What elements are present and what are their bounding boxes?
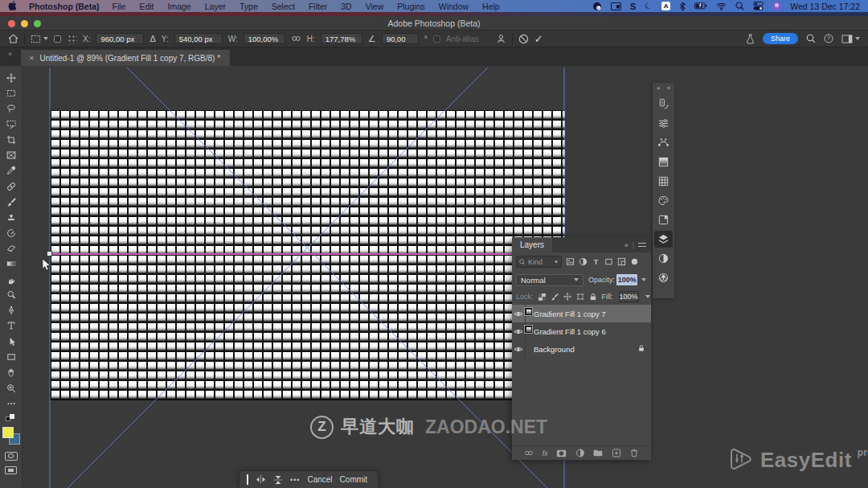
menu-filter[interactable]: Filter <box>309 2 327 11</box>
lock-transparent-icon[interactable] <box>538 293 547 301</box>
paths-panel-icon[interactable] <box>654 134 673 151</box>
search-icon[interactable] <box>806 34 816 43</box>
panel-menu-icon[interactable] <box>638 243 646 247</box>
close-tab-icon[interactable]: × <box>29 54 34 63</box>
status-assistant-icon[interactable] <box>772 2 781 11</box>
opacity-dropdown[interactable] <box>637 274 647 285</box>
cancel-transform-icon[interactable] <box>518 34 529 44</box>
interpolation-icon[interactable] <box>496 34 506 44</box>
beta-feedback-flask-icon[interactable] <box>746 34 755 44</box>
x-position-field[interactable]: 960,00 px <box>96 33 144 44</box>
menu-type[interactable]: Type <box>240 2 258 11</box>
blend-mode-select[interactable]: Normal <box>516 274 583 286</box>
filter-toggle-icon[interactable] <box>629 256 640 267</box>
tool-type[interactable] <box>0 318 23 334</box>
delete-layer-icon[interactable] <box>629 449 639 457</box>
pixel-filter-icon[interactable] <box>565 256 575 267</box>
home-icon[interactable] <box>8 34 18 43</box>
foreground-color-swatch[interactable] <box>2 427 14 438</box>
gradients-panel-icon[interactable] <box>654 154 673 170</box>
tool-ellipsis[interactable] <box>0 396 23 411</box>
menu-view[interactable]: View <box>366 2 384 11</box>
layer-group-icon[interactable] <box>593 449 603 457</box>
menu-image[interactable]: Image <box>168 2 191 11</box>
properties-panel-icon[interactable] <box>654 115 673 132</box>
quick-mask-mode-button[interactable] <box>5 452 18 461</box>
adjustment-layer-icon[interactable] <box>575 449 585 457</box>
lock-move-icon[interactable] <box>563 293 572 301</box>
menu-plugins[interactable]: Plugins <box>397 2 424 11</box>
tool-brush[interactable] <box>0 194 23 209</box>
default-swap-colors-icon[interactable] <box>6 414 17 424</box>
menu-layer[interactable]: Layer <box>205 2 226 11</box>
canvas-document-pattern[interactable] <box>50 110 565 400</box>
layer-filter-kind-select[interactable]: Kind <box>516 256 562 268</box>
fill-dropdown[interactable] <box>643 291 650 302</box>
y-position-field[interactable]: 540,00 px <box>174 33 223 44</box>
tool-lasso[interactable] <box>0 101 23 117</box>
tool-crop[interactable] <box>0 132 23 147</box>
height-scale-field[interactable]: 177,78% <box>321 33 362 44</box>
document-tab[interactable]: × Untitled-1 @ 89% (Gradient Fill 1 copy… <box>21 50 230 66</box>
layer-mask-icon[interactable] <box>556 449 567 457</box>
tool-eraser[interactable] <box>0 240 23 256</box>
lock-artboard-icon[interactable] <box>576 293 585 301</box>
tool-frame[interactable] <box>0 147 23 162</box>
minimize-window-button[interactable] <box>21 20 28 27</box>
layer-visibility-eye-icon[interactable] <box>512 340 526 358</box>
layer-effects-icon[interactable]: fx <box>542 449 547 457</box>
patterns-panel-icon[interactable] <box>654 173 673 190</box>
apple-menu-icon[interactable] <box>8 1 18 11</box>
fill-field[interactable]: 100% <box>619 291 639 302</box>
dock-collapse-icon[interactable]: » <box>667 84 670 92</box>
flip-vertical-icon[interactable] <box>273 475 283 485</box>
tool-dodge[interactable] <box>0 287 23 302</box>
tool-preset-picker[interactable] <box>31 34 48 44</box>
flip-horizontal-icon[interactable] <box>256 475 266 484</box>
rotation-angle-field[interactable]: 90,00 <box>382 33 419 44</box>
status-wifi-icon[interactable] <box>716 2 727 11</box>
layer-name[interactable]: Gradient Fill 1 copy 7 <box>534 310 606 318</box>
menu-3d[interactable]: 3D <box>341 2 351 11</box>
tool-marquee[interactable] <box>0 85 23 100</box>
menu-select[interactable]: Select <box>272 2 295 11</box>
shape-filter-icon[interactable] <box>604 256 614 267</box>
layer-row[interactable]: Gradient Fill 1 copy 7 <box>512 305 651 322</box>
share-button[interactable]: Share <box>763 33 798 44</box>
status-control-center-icon[interactable] <box>753 2 764 11</box>
lock-all-icon[interactable] <box>589 293 598 301</box>
swatches-panel-icon[interactable] <box>654 192 673 209</box>
commit-button[interactable]: Commit <box>340 475 367 484</box>
channels-panel-icon[interactable] <box>654 269 673 286</box>
tool-hand[interactable] <box>0 365 23 380</box>
panel-collapse-icon[interactable]: » <box>624 241 628 249</box>
cancel-button[interactable]: Cancel <box>307 475 332 484</box>
width-scale-field[interactable]: 100,00% <box>244 33 285 44</box>
tool-path-select[interactable] <box>0 334 23 349</box>
commit-transform-icon[interactable]: ✓ <box>534 33 543 45</box>
menu-help[interactable]: Help <box>482 2 500 11</box>
relative-position-icon[interactable]: Δ <box>149 34 155 43</box>
menu-file[interactable]: File <box>113 2 126 11</box>
menu-photoshop[interactable]: Photoshop (Beta) <box>29 2 100 11</box>
status-record-icon[interactable] <box>592 2 602 11</box>
status-stats-icon[interactable]: S <box>630 2 636 11</box>
status-battery-icon[interactable] <box>694 2 707 11</box>
status-display-icon[interactable] <box>611 2 621 11</box>
tool-history-brush[interactable] <box>0 225 23 240</box>
tool-clone-stamp[interactable] <box>0 210 23 225</box>
menu-edit[interactable]: Edit <box>139 2 154 11</box>
tool-rectangle[interactable] <box>0 349 23 364</box>
status-spotlight-icon[interactable] <box>735 2 744 11</box>
layers-panel-icon[interactable] <box>654 231 673 248</box>
tool-healing[interactable] <box>0 178 23 194</box>
menu-window[interactable]: Window <box>439 2 469 11</box>
opacity-field[interactable]: 100% <box>616 274 637 285</box>
context-bar-grip[interactable] <box>247 474 248 485</box>
new-layer-icon[interactable] <box>612 449 621 457</box>
tool-smudge[interactable] <box>0 272 23 287</box>
close-window-button[interactable] <box>8 20 15 27</box>
lock-paint-icon[interactable] <box>551 293 559 301</box>
layer-row[interactable]: Background <box>512 340 651 358</box>
type-filter-icon[interactable]: T <box>591 256 601 267</box>
